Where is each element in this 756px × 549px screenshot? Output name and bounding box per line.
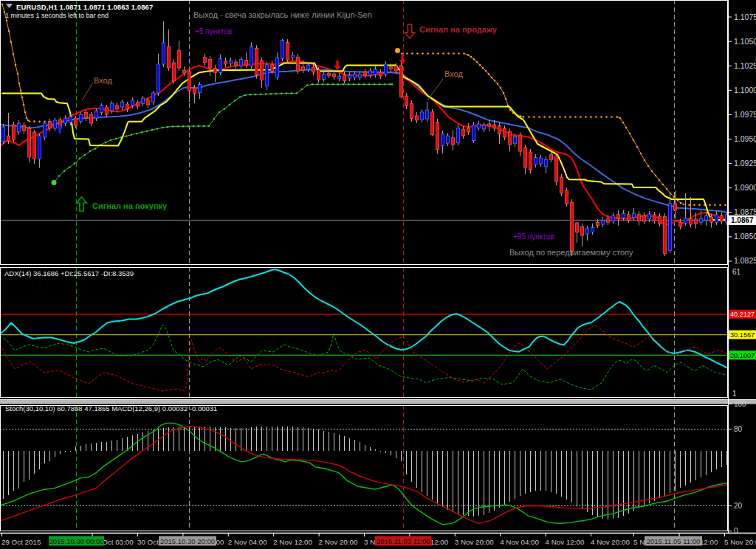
trail_orange_start-dot [6,20,8,22]
trail_orange_down-dot [491,77,493,79]
candle-bull [368,71,372,75]
trail_green_up-dot [115,138,117,140]
candle-bull [358,75,362,77]
candle-bull [632,213,636,218]
chart-canvas[interactable]: Выход - свеча закрылась ниже линии Kijun… [0,0,756,549]
trail_green_up-dot [172,125,174,128]
candle-bear [188,72,191,91]
candle-bear [487,124,491,126]
annotation-exit-trailing: Выход по передвигаемому стопу [509,248,633,257]
current-price-label: 1.0867 [731,216,754,224]
trail_green_up-dot [219,111,221,114]
trail_orange_down-dot [719,204,721,206]
price-label: 1.1000 [734,86,756,94]
pane-splitter[interactable] [0,399,756,404]
candle-bear [296,57,300,71]
trail_green_up-dot [126,135,128,137]
candle-bear [415,116,419,120]
candle-bear [709,217,713,222]
candle-bear [234,62,238,66]
candle-bear [193,88,196,94]
candle-bear [637,215,641,221]
trail_green_up-dot [368,83,371,86]
time-event-label: 2015.11.05 11:00 [647,537,701,545]
trail_green_up-dot [79,158,81,160]
candle-bull [477,124,481,128]
trail_orange_down-dot [683,204,685,206]
trail_green_up-dot [250,94,252,96]
trail_orange_down-dot [585,116,587,118]
price-label: 1.0825 [734,256,756,265]
trail_green_up-dot [84,154,86,156]
trail_orange_down-dot [666,188,668,190]
trail_orange_down-dot [528,116,530,118]
trail_orange_start-dot [26,117,28,120]
trail_orange_start-dot [1,4,4,6]
trail_orange_start-dot [8,30,10,32]
trail_orange_start-dot [24,111,27,114]
candle-bull [647,214,651,219]
time-event-label: 2015.10.30 00:00 [49,537,104,545]
price-label: 1.0950 [734,134,756,143]
candle-bear [492,125,496,128]
candle-bull [131,100,134,106]
mt4-chart-window: Выход - свеча закрылась ниже линии Kijun… [0,0,756,549]
trail_green_up-dot [105,142,107,144]
trail_orange_down-dot [463,52,465,55]
trail_orange_down-dot [611,116,613,118]
trail_orange_down-dot [476,61,478,63]
trail_orange_down-dot [651,170,653,173]
trail_orange_down-dot [453,52,455,55]
trail_green_up-dot [74,162,76,165]
trail_green_up-dot [291,92,293,94]
candle-bear [596,222,599,225]
candle-bull [275,58,279,77]
candle-bull [229,61,233,63]
candle-bear [549,155,553,160]
trail_orange_down-dot [554,116,556,118]
candle-bull [699,219,703,223]
trail_orange_down-dot [619,117,622,120]
trail_green_up-dot [332,83,334,86]
trail_green_up-dot [203,125,205,128]
price-label: 1.0900 [734,183,756,192]
trail_green_up-dot [286,92,288,94]
price-label: 1.0875 [734,207,756,216]
candle-bear [575,223,579,232]
trail_orange_start-dot [21,97,24,99]
candle-bear [327,74,331,76]
trail_orange_start-dot [23,104,25,106]
candle-bull [704,215,708,220]
candle-bull [1,127,5,142]
adx-level-value: 20.1007 [730,352,755,359]
price-label: 1.0850 [734,232,756,241]
price-label: 1.0975 [734,110,756,119]
annotation-sell-signal: Сигнал на продажу [419,25,498,34]
trail_orange_down-dot [636,146,639,148]
candle-bear [503,128,506,137]
annotation-entry1: Вход [94,76,112,85]
candle-bear [126,104,129,109]
trail_green_up-dot [58,175,61,177]
candle-bear [379,72,382,76]
candle-bear [7,136,10,141]
candle-bull [715,215,718,222]
candle-bull [69,117,72,122]
candle-bull [374,69,377,75]
trail_green_up-dot [63,170,66,172]
candle-bear [84,112,88,118]
candle-bear [410,103,413,119]
trail_green_up-dot [312,83,314,86]
trail_orange_down-dot [559,116,561,118]
candle-bull [219,59,222,73]
trail_orange_down-dot [470,56,472,58]
trail_green_up-dot [239,96,241,98]
candle-bear [461,129,465,136]
trail_orange_start-dot [20,90,22,92]
trail_orange_down-dot [401,52,403,55]
trail_orange_down-dot [549,116,551,118]
trail_orange_down-dot [442,52,444,55]
trail_green_up-dot [177,125,179,128]
candle-bear [399,66,403,97]
candle-bull [534,158,537,165]
